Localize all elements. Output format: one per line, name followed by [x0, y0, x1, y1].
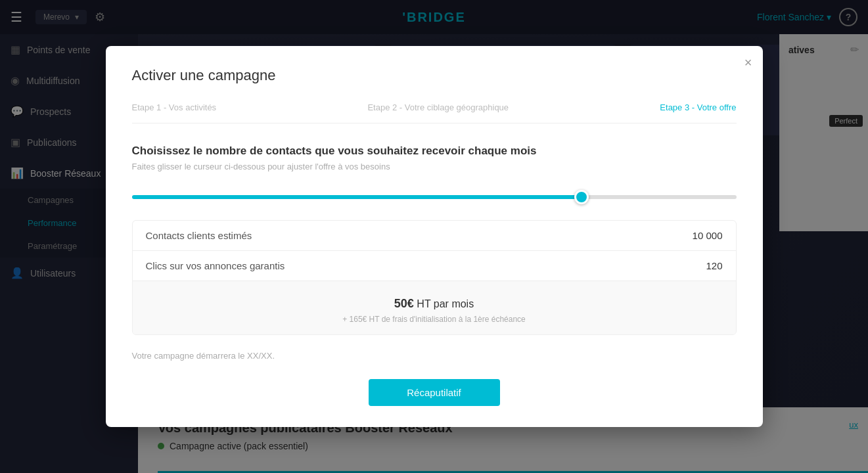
contacts-value: 10 000	[693, 230, 723, 241]
contacts-section-title: Choisissez le nombre de contacts que vou…	[132, 145, 737, 158]
campaign-start-text: Votre campagne démarrera le XX/XX.	[132, 351, 737, 361]
modal-overlay: × Activer une campagne Etape 1 - Vos act…	[0, 0, 868, 473]
modal-title: Activer une campagne	[132, 67, 737, 84]
step-2[interactable]: Etape 2 - Votre ciblage géographique	[367, 102, 509, 112]
contacts-section-subtitle: Faites glisser le curseur ci-dessous pou…	[132, 162, 737, 171]
modal: × Activer une campagne Etape 1 - Vos act…	[106, 46, 763, 427]
clicks-value: 120	[706, 260, 722, 271]
price-main: 50€ HT par mois	[146, 292, 723, 312]
contacts-row: Contacts clients estimés 10 000	[133, 221, 736, 251]
offer-info-box: Contacts clients estimés 10 000 Clics su…	[132, 220, 737, 335]
price-amount: 50€	[394, 297, 414, 310]
clicks-label: Clics sur vos annonces garantis	[146, 260, 285, 271]
price-unit: HT par mois	[414, 298, 474, 309]
recap-button[interactable]: Récaputilatif	[369, 379, 500, 406]
contacts-slider-container	[132, 190, 737, 202]
modal-close-button[interactable]: ×	[744, 55, 752, 70]
contacts-slider[interactable]	[132, 195, 737, 199]
price-row: 50€ HT par mois + 165€ HT de frais d'ini…	[133, 281, 736, 334]
price-sub: + 165€ HT de frais d'initialisation à la…	[146, 315, 723, 324]
clicks-row: Clics sur vos annonces garantis 120	[133, 251, 736, 281]
modal-stepper: Etape 1 - Vos activités Etape 2 - Votre …	[132, 102, 737, 124]
step-3[interactable]: Etape 3 - Votre offre	[660, 102, 736, 112]
step-1[interactable]: Etape 1 - Vos activités	[132, 102, 217, 112]
contacts-label: Contacts clients estimés	[146, 230, 252, 241]
